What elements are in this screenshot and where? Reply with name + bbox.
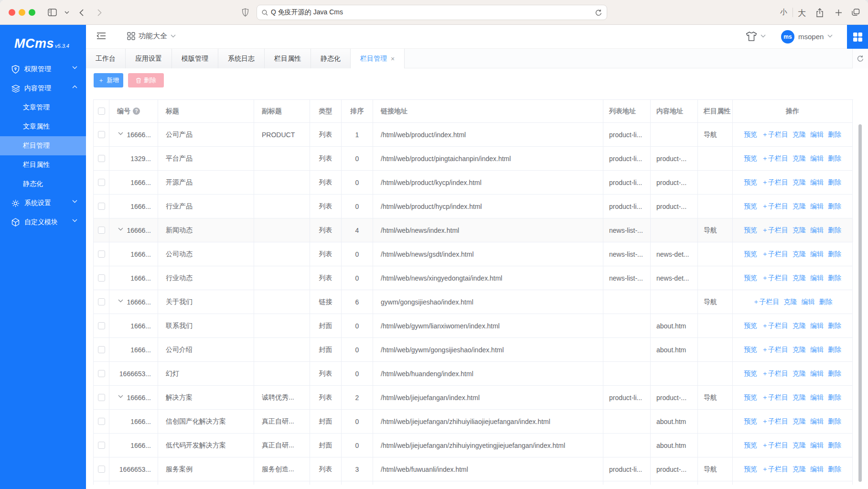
help-icon[interactable]: ? — [133, 108, 140, 115]
tab-overview-icon[interactable] — [849, 6, 862, 19]
forward-icon[interactable] — [93, 6, 106, 19]
delete-link[interactable]: 删除 — [828, 178, 841, 187]
reload-icon[interactable] — [595, 9, 602, 16]
delete-link[interactable]: 删除 — [828, 369, 841, 378]
preview-link[interactable]: 预览 — [744, 465, 757, 474]
expand-caret-icon[interactable] — [118, 132, 124, 138]
app-grid-button[interactable] — [847, 25, 868, 49]
sidebar-subitem[interactable]: 静态化 — [0, 174, 86, 194]
expand-caret-icon[interactable] — [118, 228, 124, 233]
row-checkbox[interactable] — [98, 250, 105, 258]
add-child-link[interactable]: ＋子栏目 — [761, 369, 788, 378]
address-bar[interactable]: Q 免疫开源的 Java Cms — [257, 5, 607, 20]
shield-icon[interactable] — [239, 6, 251, 19]
row-checkbox[interactable] — [98, 131, 105, 138]
delete-link[interactable]: 删除 — [828, 274, 841, 283]
preview-link[interactable]: 预览 — [744, 369, 757, 378]
clone-link[interactable]: 克隆 — [784, 298, 797, 306]
row-checkbox[interactable] — [98, 322, 105, 329]
delete-link[interactable]: 删除 — [828, 202, 841, 211]
add-button[interactable]: ＋新增 — [94, 73, 123, 87]
sidebar-subitem[interactable]: 栏目管理 — [0, 136, 86, 155]
add-child-link[interactable]: ＋子栏目 — [761, 417, 788, 426]
row-checkbox[interactable] — [98, 394, 105, 401]
sidebar-toggle-icon[interactable] — [46, 6, 58, 19]
window-zoom-button[interactable] — [29, 9, 35, 16]
preview-link[interactable]: 预览 — [744, 226, 757, 235]
edit-link[interactable]: 编辑 — [810, 369, 824, 378]
clone-link[interactable]: 克隆 — [793, 346, 806, 354]
clone-link[interactable]: 克隆 — [793, 250, 806, 259]
delete-link[interactable]: 删除 — [828, 322, 841, 330]
add-child-link[interactable]: ＋子栏目 — [761, 322, 788, 330]
text-smaller-button[interactable]: 小 — [780, 8, 787, 17]
row-checkbox[interactable] — [98, 155, 105, 162]
delete-link[interactable]: 删除 — [819, 298, 833, 306]
row-checkbox[interactable] — [98, 227, 105, 234]
sidebar-subitem[interactable]: 栏目属性 — [0, 155, 86, 174]
add-child-link[interactable]: ＋子栏目 — [761, 441, 788, 450]
row-checkbox[interactable] — [98, 466, 105, 473]
text-larger-button[interactable]: 大 — [798, 8, 806, 19]
add-child-link[interactable]: ＋子栏目 — [761, 202, 788, 211]
clone-link[interactable]: 克隆 — [793, 393, 806, 402]
edit-link[interactable]: 编辑 — [810, 154, 824, 163]
delete-link[interactable]: 删除 — [828, 154, 841, 163]
clone-link[interactable]: 克隆 — [793, 369, 806, 378]
avatar[interactable]: ms — [781, 30, 794, 43]
sidebar-item-4[interactable]: 自定义模块 — [0, 213, 86, 232]
add-child-link[interactable]: ＋子栏目 — [761, 130, 788, 139]
edit-link[interactable]: 编辑 — [810, 226, 824, 235]
chevron-down-icon[interactable] — [61, 6, 73, 19]
row-checkbox[interactable] — [98, 370, 105, 377]
add-child-link[interactable]: ＋子栏目 — [761, 274, 788, 283]
sidebar-item-2[interactable]: 内容管理 — [0, 79, 86, 98]
tab-静态化[interactable]: 静态化 — [311, 49, 351, 68]
select-all-checkbox[interactable] — [98, 108, 105, 115]
delete-link[interactable]: 删除 — [828, 130, 841, 139]
sidebar-subitem[interactable]: 文章属性 — [0, 117, 86, 136]
preview-link[interactable]: 预览 — [744, 274, 757, 283]
row-checkbox[interactable] — [98, 418, 105, 425]
edit-link[interactable]: 编辑 — [810, 130, 824, 139]
chevron-down-icon[interactable] — [761, 34, 766, 38]
chevron-down-icon[interactable] — [827, 34, 833, 38]
edit-link[interactable]: 编辑 — [810, 441, 824, 450]
clone-link[interactable]: 克隆 — [793, 322, 806, 330]
tab-模版管理[interactable]: 模版管理 — [172, 49, 218, 68]
tab-工作台[interactable]: 工作台 — [86, 49, 126, 68]
delete-link[interactable]: 删除 — [828, 226, 841, 235]
vertical-scrollbar[interactable] — [858, 124, 862, 482]
sidebar-item-1[interactable]: 权限管理 — [0, 60, 86, 79]
edit-link[interactable]: 编辑 — [802, 298, 815, 306]
delete-link[interactable]: 删除 — [828, 346, 841, 354]
add-child-link[interactable]: ＋子栏目 — [761, 393, 788, 402]
window-close-button[interactable] — [9, 9, 15, 16]
edit-link[interactable]: 编辑 — [810, 393, 824, 402]
clone-link[interactable]: 克隆 — [793, 441, 806, 450]
add-child-link[interactable]: ＋子栏目 — [761, 465, 788, 474]
collapse-sidebar-icon[interactable] — [96, 32, 107, 42]
preview-link[interactable]: 预览 — [744, 178, 757, 187]
clone-link[interactable]: 克隆 — [793, 465, 806, 474]
apps-menu[interactable]: 功能大全 — [127, 32, 176, 41]
edit-link[interactable]: 编辑 — [810, 346, 824, 354]
tab-应用设置[interactable]: 应用设置 — [126, 49, 172, 68]
delete-link[interactable]: 删除 — [828, 465, 841, 474]
preview-link[interactable]: 预览 — [744, 130, 757, 139]
edit-link[interactable]: 编辑 — [810, 417, 824, 426]
theme-icon[interactable] — [746, 31, 757, 43]
clone-link[interactable]: 克隆 — [793, 130, 806, 139]
tab-栏目管理[interactable]: 栏目管理× — [351, 49, 405, 68]
row-checkbox[interactable] — [98, 203, 105, 210]
delete-link[interactable]: 删除 — [828, 393, 841, 402]
add-child-link[interactable]: ＋子栏目 — [753, 298, 780, 306]
edit-link[interactable]: 编辑 — [810, 465, 824, 474]
close-icon[interactable]: × — [391, 55, 395, 62]
clone-link[interactable]: 克隆 — [793, 202, 806, 211]
preview-link[interactable]: 预览 — [744, 393, 757, 402]
clone-link[interactable]: 克隆 — [793, 226, 806, 235]
back-icon[interactable] — [75, 6, 87, 19]
delete-link[interactable]: 删除 — [828, 441, 841, 450]
clone-link[interactable]: 克隆 — [793, 417, 806, 426]
